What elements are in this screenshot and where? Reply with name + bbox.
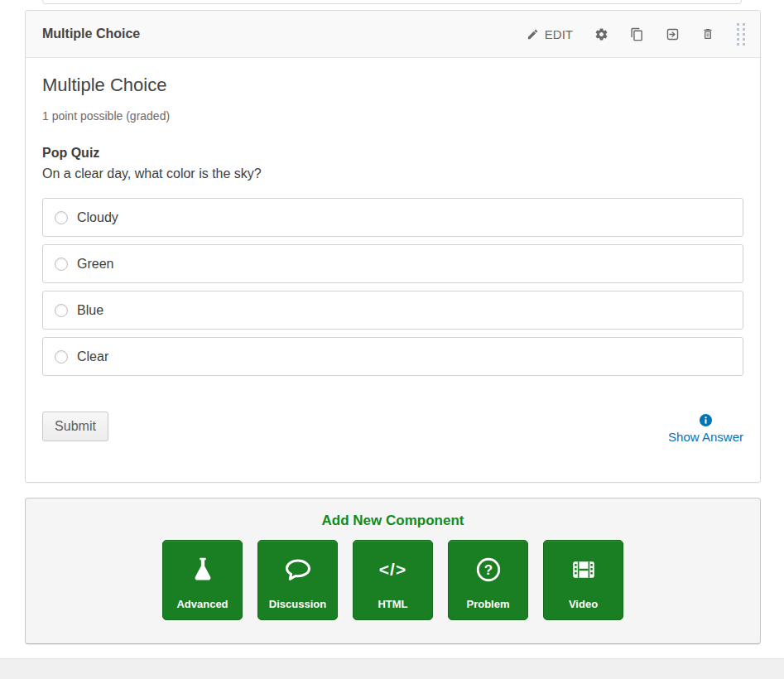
add-button-label: Discussion <box>269 598 326 619</box>
film-icon <box>544 541 623 598</box>
question-circle-icon: ? <box>449 541 527 598</box>
move-button[interactable] <box>655 21 690 48</box>
radio-button[interactable] <box>55 350 68 364</box>
question-title: Pop Quiz <box>42 144 743 161</box>
delete-button[interactable] <box>690 21 725 47</box>
add-button-label: HTML <box>378 598 407 619</box>
component-title: Multiple Choice <box>42 26 516 41</box>
add-discussion-button[interactable]: Discussion <box>257 540 338 620</box>
radio-button[interactable] <box>55 258 68 271</box>
choice-option-clear[interactable]: Clear <box>42 337 743 376</box>
settings-button[interactable] <box>584 21 619 48</box>
component-card: Multiple Choice EDIT <box>25 10 761 483</box>
page-footer-strip <box>0 658 784 679</box>
svg-text:?: ? <box>483 561 492 577</box>
choice-list: Cloudy Green Blue Clear <box>42 198 743 376</box>
edit-button[interactable]: EDIT <box>516 21 584 48</box>
drag-handle-icon[interactable] <box>732 18 753 51</box>
flask-icon <box>163 541 242 598</box>
radio-button[interactable] <box>55 211 68 224</box>
speech-bubble-icon <box>258 541 337 598</box>
choice-option-cloudy[interactable]: Cloudy <box>42 198 743 237</box>
add-problem-button[interactable]: ? Problem <box>448 540 528 620</box>
radio-button[interactable] <box>55 304 68 317</box>
problem-heading: Multiple Choice <box>42 75 743 96</box>
choice-option-green[interactable]: Green <box>42 244 743 283</box>
code-icon: </> <box>354 541 432 598</box>
move-icon <box>666 27 680 41</box>
add-component-buttons: Advanced Discussion </> HTML ? Problem V… <box>26 540 760 620</box>
component-header: Multiple Choice EDIT <box>26 11 760 58</box>
add-button-label: Advanced <box>176 598 228 619</box>
submit-row: Submit Show Answer <box>42 412 743 444</box>
points-text: 1 point possible (graded) <box>42 108 743 123</box>
edit-button-label: EDIT <box>545 27 573 41</box>
choice-label: Clear <box>77 349 108 364</box>
add-advanced-button[interactable]: Advanced <box>162 540 243 620</box>
duplicate-icon <box>630 27 644 41</box>
choice-label: Blue <box>77 303 103 318</box>
add-component-title: Add New Component <box>26 513 760 529</box>
add-button-label: Video <box>569 598 598 619</box>
previous-component-edge <box>42 0 742 4</box>
info-icon <box>700 414 712 426</box>
submit-button[interactable]: Submit <box>42 412 108 441</box>
add-html-button[interactable]: </> HTML <box>353 540 433 620</box>
add-button-label: Problem <box>466 598 509 619</box>
problem-preview: Multiple Choice 1 point possible (graded… <box>26 75 760 444</box>
component-actions: EDIT <box>516 18 753 51</box>
gear-icon <box>594 27 608 41</box>
choice-label: Cloudy <box>77 210 118 225</box>
pencil-icon <box>527 28 539 41</box>
show-answer-label: Show Answer <box>668 430 743 444</box>
trash-icon <box>701 27 714 41</box>
choice-option-blue[interactable]: Blue <box>42 291 743 330</box>
duplicate-button[interactable] <box>619 21 655 48</box>
choice-label: Green <box>77 257 113 272</box>
show-answer[interactable]: Show Answer <box>668 414 743 444</box>
question-text: On a clear day, what color is the sky? <box>42 165 743 182</box>
add-video-button[interactable]: Video <box>543 540 623 620</box>
add-component-panel: Add New Component Advanced Discussion </… <box>25 498 761 644</box>
